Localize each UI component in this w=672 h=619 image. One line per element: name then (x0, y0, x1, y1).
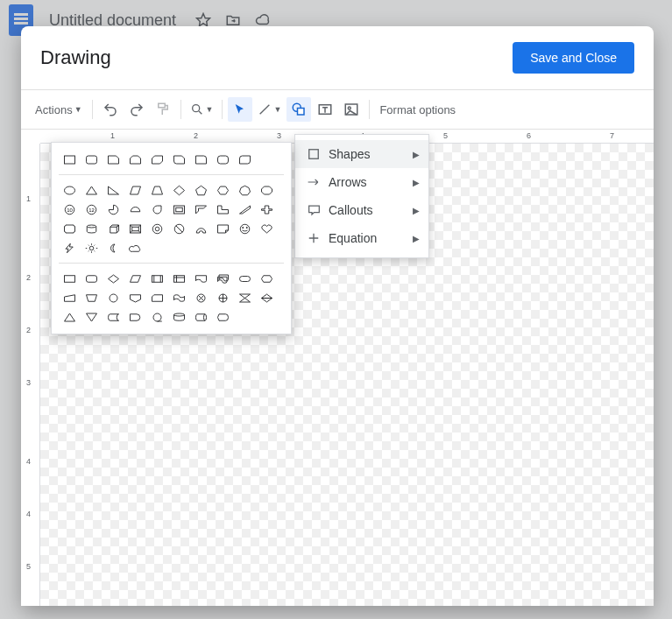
shape-diamond[interactable] (170, 182, 188, 198)
shape-sort[interactable] (258, 290, 276, 306)
shape-card[interactable] (148, 290, 166, 306)
svg-rect-21 (132, 227, 139, 231)
shape-data[interactable] (126, 271, 145, 286)
chevron-right-icon: ▶ (413, 178, 420, 187)
shape-process[interactable] (60, 271, 79, 286)
shape-sum-junc[interactable] (192, 290, 210, 306)
shape-sun[interactable] (82, 240, 101, 256)
shape-snip-2[interactable] (126, 151, 145, 167)
shape-rect[interactable] (60, 151, 79, 167)
zoom-button[interactable]: ▼ (187, 97, 217, 122)
shape-half-frame[interactable] (192, 201, 210, 217)
shape-chord[interactable] (126, 201, 145, 217)
line-tool-button[interactable]: ▼ (254, 97, 285, 122)
save-and-close-button[interactable]: Save and Close (513, 42, 634, 74)
shape-cloud[interactable] (126, 240, 145, 256)
shape-oval[interactable] (60, 182, 79, 198)
shape-cross[interactable] (258, 201, 276, 217)
shape-pentagon[interactable] (192, 182, 210, 198)
shape-bevel[interactable] (126, 221, 145, 236)
shape-cube[interactable] (104, 221, 123, 236)
shape-snip-round[interactable] (170, 151, 188, 167)
chevron-down-icon: ▼ (273, 105, 281, 114)
shape-heart[interactable] (258, 221, 276, 236)
shape-lightning[interactable] (60, 240, 79, 256)
shapes-picker-panel: 1012 (51, 142, 292, 334)
shape-hexagon[interactable] (214, 182, 232, 198)
shape-moon[interactable] (104, 240, 123, 256)
shape-right-tri[interactable] (104, 182, 123, 198)
svg-rect-8 (309, 150, 319, 159)
shape-round-2[interactable] (214, 151, 232, 167)
textbox-tool-button[interactable] (313, 97, 337, 122)
shape-octagon[interactable] (258, 182, 276, 198)
shape-snip-diag[interactable] (148, 151, 166, 167)
shape-plaque[interactable] (60, 221, 79, 236)
shape-delay[interactable] (126, 309, 145, 325)
shape-extract[interactable] (60, 309, 79, 325)
shape-decagon[interactable]: 10 (60, 201, 79, 217)
shape-alt-process[interactable] (82, 271, 101, 286)
shape-donut[interactable] (148, 221, 166, 236)
shape-multidoc[interactable] (214, 271, 232, 286)
shape-round-1[interactable] (192, 151, 210, 167)
shape-no-symbol[interactable] (170, 221, 188, 236)
menu-item-arrows[interactable]: Arrows ▶ (295, 168, 428, 196)
chevron-down-icon: ▼ (206, 105, 214, 114)
plus-icon (304, 232, 323, 244)
shape-tool-button[interactable] (286, 97, 311, 122)
shape-collate[interactable] (236, 290, 254, 306)
shape-block-arc[interactable] (192, 221, 210, 236)
shape-predef[interactable] (148, 271, 166, 286)
shape-stored[interactable] (104, 309, 123, 325)
shape-triangle[interactable] (82, 182, 101, 198)
paint-format-button[interactable] (151, 97, 175, 122)
select-tool-button[interactable] (228, 97, 252, 122)
shape-heptagon[interactable] (236, 182, 254, 198)
shape-display[interactable] (214, 309, 232, 325)
shape-or[interactable] (214, 290, 232, 306)
shape-offpage[interactable] (126, 290, 145, 306)
svg-point-19 (87, 225, 96, 228)
redo-button[interactable] (124, 97, 149, 122)
shape-manual-op[interactable] (82, 290, 101, 306)
shape-trapezoid[interactable] (148, 182, 166, 198)
shape-tape[interactable] (170, 290, 188, 306)
shape-document[interactable] (192, 271, 210, 286)
undo-button[interactable] (98, 97, 123, 122)
chevron-right-icon: ▶ (413, 234, 420, 243)
shape-round-rect[interactable] (82, 151, 101, 167)
shape-smiley[interactable] (236, 221, 254, 236)
image-tool-button[interactable] (339, 97, 364, 122)
shape-connector[interactable] (104, 290, 123, 306)
shape-diag-stripe[interactable] (236, 201, 254, 217)
actions-menu-button[interactable]: Actions ▼ (31, 97, 87, 122)
menu-item-callouts[interactable]: Callouts ▶ (295, 196, 428, 224)
shape-direct[interactable] (192, 309, 210, 325)
shape-seq-access[interactable] (148, 309, 166, 325)
shape-decision[interactable] (104, 271, 123, 286)
shape-l-shape[interactable] (214, 201, 232, 217)
drawing-toolbar: Actions ▼ ▼ ▼ (21, 90, 654, 129)
shape-category-menu: Shapes ▶ Arrows ▶ Callouts ▶ (294, 134, 429, 258)
menu-item-shapes[interactable]: Shapes ▶ (295, 140, 428, 168)
shape-fold-corner[interactable] (214, 221, 232, 236)
shape-manual-in[interactable] (60, 290, 79, 306)
svg-text:10: 10 (67, 207, 73, 212)
shape-snip-1[interactable] (104, 151, 123, 167)
shape-pie[interactable] (104, 201, 123, 217)
shape-mag-disk[interactable] (170, 309, 188, 325)
shape-terminator[interactable] (236, 271, 254, 286)
shape-can[interactable] (82, 221, 101, 236)
shape-teardrop[interactable] (148, 201, 166, 217)
format-options-button[interactable]: Format options (375, 97, 460, 122)
shape-internal[interactable] (170, 271, 188, 286)
menu-item-equation[interactable]: Equation ▶ (295, 224, 428, 252)
shape-merge[interactable] (82, 309, 101, 325)
shape-dodecagon[interactable]: 12 (82, 201, 101, 217)
svg-rect-32 (174, 275, 185, 282)
shape-frame[interactable] (170, 201, 188, 217)
shape-round-diag[interactable] (236, 151, 254, 167)
shape-prep[interactable] (258, 271, 276, 286)
shape-parallelogram[interactable] (126, 182, 145, 198)
